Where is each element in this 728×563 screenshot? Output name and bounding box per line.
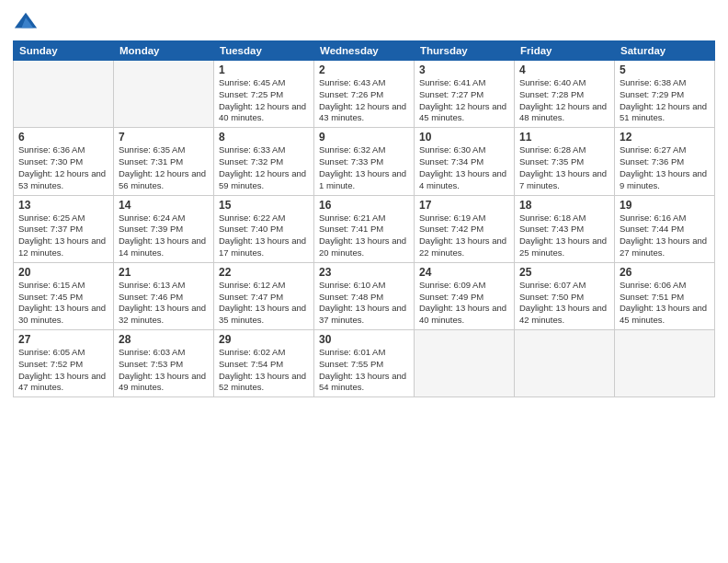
day-number: 4 [519, 63, 609, 76]
day-info: Sunrise: 6:06 AM Sunset: 7:51 PM Dayligh… [620, 280, 710, 327]
day-number: 28 [119, 333, 209, 346]
calendar-cell: 20Sunrise: 6:15 AM Sunset: 7:45 PM Dayli… [14, 262, 114, 329]
calendar-cell: 9Sunrise: 6:32 AM Sunset: 7:33 PM Daylig… [314, 128, 415, 195]
calendar-cell: 16Sunrise: 6:21 AM Sunset: 7:41 PM Dayli… [314, 195, 415, 262]
day-number: 23 [319, 266, 409, 279]
day-number: 6 [18, 131, 108, 144]
calendar-week-row: 20Sunrise: 6:15 AM Sunset: 7:45 PM Dayli… [14, 262, 715, 329]
day-info: Sunrise: 6:36 AM Sunset: 7:30 PM Dayligh… [18, 144, 108, 191]
calendar-cell: 28Sunrise: 6:03 AM Sunset: 7:53 PM Dayli… [114, 330, 214, 397]
day-info: Sunrise: 6:32 AM Sunset: 7:33 PM Dayligh… [319, 144, 409, 191]
logo-icon [13, 9, 39, 35]
day-info: Sunrise: 6:16 AM Sunset: 7:44 PM Dayligh… [620, 213, 710, 259]
logo [13, 9, 42, 35]
calendar-table: SundayMondayTuesdayWednesdayThursdayFrid… [13, 40, 715, 397]
calendar-week-row: 1Sunrise: 6:45 AM Sunset: 7:25 PM Daylig… [14, 61, 715, 128]
day-info: Sunrise: 6:07 AM Sunset: 7:50 PM Dayligh… [519, 280, 609, 327]
day-number: 3 [419, 63, 509, 76]
calendar-cell: 18Sunrise: 6:18 AM Sunset: 7:43 PM Dayli… [515, 195, 615, 262]
day-number: 8 [219, 131, 309, 144]
calendar-header-tuesday: Tuesday [214, 41, 314, 61]
day-number: 7 [119, 131, 209, 144]
day-info: Sunrise: 6:30 AM Sunset: 7:34 PM Dayligh… [419, 144, 509, 191]
day-number: 19 [620, 199, 710, 212]
calendar-cell [14, 61, 114, 128]
calendar-cell: 21Sunrise: 6:13 AM Sunset: 7:46 PM Dayli… [114, 262, 214, 329]
day-info: Sunrise: 6:35 AM Sunset: 7:31 PM Dayligh… [119, 144, 209, 191]
day-info: Sunrise: 6:01 AM Sunset: 7:55 PM Dayligh… [319, 347, 409, 394]
day-number: 10 [419, 131, 509, 144]
day-info: Sunrise: 6:27 AM Sunset: 7:36 PM Dayligh… [620, 144, 710, 191]
page: SundayMondayTuesdayWednesdayThursdayFrid… [0, 0, 728, 563]
day-number: 25 [519, 266, 609, 279]
calendar-cell: 8Sunrise: 6:33 AM Sunset: 7:32 PM Daylig… [214, 128, 314, 195]
calendar-cell: 7Sunrise: 6:35 AM Sunset: 7:31 PM Daylig… [114, 128, 214, 195]
calendar-cell: 1Sunrise: 6:45 AM Sunset: 7:25 PM Daylig… [214, 61, 314, 128]
day-number: 22 [219, 266, 309, 279]
day-info: Sunrise: 6:33 AM Sunset: 7:32 PM Dayligh… [219, 144, 309, 191]
calendar-cell: 5Sunrise: 6:38 AM Sunset: 7:29 PM Daylig… [615, 61, 715, 128]
day-info: Sunrise: 6:09 AM Sunset: 7:49 PM Dayligh… [419, 280, 509, 327]
header [13, 9, 715, 35]
day-number: 12 [620, 131, 710, 144]
day-number: 9 [319, 131, 409, 144]
day-info: Sunrise: 6:02 AM Sunset: 7:54 PM Dayligh… [219, 347, 309, 394]
day-info: Sunrise: 6:45 AM Sunset: 7:25 PM Dayligh… [219, 77, 309, 124]
day-number: 15 [219, 199, 309, 212]
day-number: 29 [219, 333, 309, 346]
calendar-cell: 11Sunrise: 6:28 AM Sunset: 7:35 PM Dayli… [515, 128, 615, 195]
calendar-header-friday: Friday [515, 41, 615, 61]
calendar-cell: 10Sunrise: 6:30 AM Sunset: 7:34 PM Dayli… [415, 128, 515, 195]
day-number: 17 [419, 199, 509, 212]
calendar-week-row: 27Sunrise: 6:05 AM Sunset: 7:52 PM Dayli… [14, 330, 715, 397]
calendar-header-thursday: Thursday [415, 41, 515, 61]
day-number: 2 [319, 63, 409, 76]
day-info: Sunrise: 6:22 AM Sunset: 7:40 PM Dayligh… [219, 213, 309, 259]
day-info: Sunrise: 6:40 AM Sunset: 7:28 PM Dayligh… [519, 77, 609, 124]
day-number: 18 [519, 199, 609, 212]
day-number: 21 [119, 266, 209, 279]
day-info: Sunrise: 6:03 AM Sunset: 7:53 PM Dayligh… [119, 347, 209, 394]
day-info: Sunrise: 6:13 AM Sunset: 7:46 PM Dayligh… [119, 280, 209, 327]
calendar-cell: 26Sunrise: 6:06 AM Sunset: 7:51 PM Dayli… [615, 262, 715, 329]
calendar-week-row: 6Sunrise: 6:36 AM Sunset: 7:30 PM Daylig… [14, 128, 715, 195]
day-info: Sunrise: 6:15 AM Sunset: 7:45 PM Dayligh… [18, 280, 108, 327]
day-info: Sunrise: 6:19 AM Sunset: 7:42 PM Dayligh… [419, 213, 509, 259]
day-number: 1 [219, 63, 309, 76]
calendar-cell: 13Sunrise: 6:25 AM Sunset: 7:37 PM Dayli… [14, 195, 114, 262]
day-info: Sunrise: 6:12 AM Sunset: 7:47 PM Dayligh… [219, 280, 309, 327]
calendar-cell: 24Sunrise: 6:09 AM Sunset: 7:49 PM Dayli… [415, 262, 515, 329]
calendar-cell: 30Sunrise: 6:01 AM Sunset: 7:55 PM Dayli… [314, 330, 415, 397]
calendar-header-sunday: Sunday [14, 41, 114, 61]
calendar-cell: 17Sunrise: 6:19 AM Sunset: 7:42 PM Dayli… [415, 195, 515, 262]
calendar-cell: 22Sunrise: 6:12 AM Sunset: 7:47 PM Dayli… [214, 262, 314, 329]
calendar-cell: 29Sunrise: 6:02 AM Sunset: 7:54 PM Dayli… [214, 330, 314, 397]
day-info: Sunrise: 6:28 AM Sunset: 7:35 PM Dayligh… [519, 144, 609, 191]
day-number: 11 [519, 131, 609, 144]
calendar-cell: 27Sunrise: 6:05 AM Sunset: 7:52 PM Dayli… [14, 330, 114, 397]
calendar-cell: 19Sunrise: 6:16 AM Sunset: 7:44 PM Dayli… [615, 195, 715, 262]
calendar-cell: 2Sunrise: 6:43 AM Sunset: 7:26 PM Daylig… [314, 61, 415, 128]
day-info: Sunrise: 6:21 AM Sunset: 7:41 PM Dayligh… [319, 213, 409, 259]
day-number: 16 [319, 199, 409, 212]
calendar-cell: 25Sunrise: 6:07 AM Sunset: 7:50 PM Dayli… [515, 262, 615, 329]
calendar-cell: 14Sunrise: 6:24 AM Sunset: 7:39 PM Dayli… [114, 195, 214, 262]
day-number: 13 [18, 199, 108, 212]
calendar-header-monday: Monday [114, 41, 214, 61]
day-number: 26 [620, 266, 710, 279]
calendar-cell [515, 330, 615, 397]
day-info: Sunrise: 6:41 AM Sunset: 7:27 PM Dayligh… [419, 77, 509, 124]
calendar-cell [415, 330, 515, 397]
calendar-cell: 15Sunrise: 6:22 AM Sunset: 7:40 PM Dayli… [214, 195, 314, 262]
day-info: Sunrise: 6:25 AM Sunset: 7:37 PM Dayligh… [18, 213, 108, 259]
day-info: Sunrise: 6:05 AM Sunset: 7:52 PM Dayligh… [18, 347, 108, 394]
calendar-cell: 3Sunrise: 6:41 AM Sunset: 7:27 PM Daylig… [415, 61, 515, 128]
calendar-header-wednesday: Wednesday [314, 41, 415, 61]
day-number: 20 [18, 266, 108, 279]
calendar-header-row: SundayMondayTuesdayWednesdayThursdayFrid… [14, 41, 715, 61]
calendar-cell [615, 330, 715, 397]
day-info: Sunrise: 6:18 AM Sunset: 7:43 PM Dayligh… [519, 213, 609, 259]
calendar-cell: 23Sunrise: 6:10 AM Sunset: 7:48 PM Dayli… [314, 262, 415, 329]
day-number: 24 [419, 266, 509, 279]
day-info: Sunrise: 6:24 AM Sunset: 7:39 PM Dayligh… [119, 213, 209, 259]
